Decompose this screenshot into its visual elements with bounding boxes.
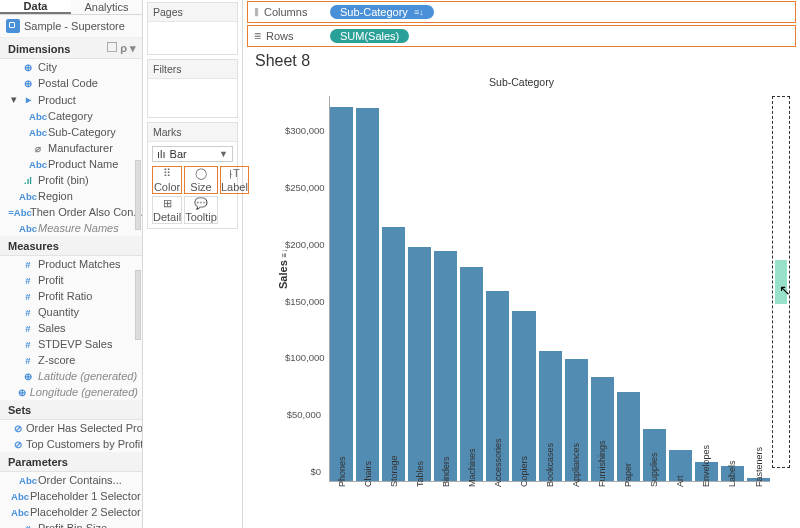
field-quantity[interactable]: #Quantity (0, 304, 142, 320)
field-product-name[interactable]: AbcProduct Name (0, 156, 142, 172)
scrollbar-thumb[interactable] (135, 270, 141, 340)
bar-copiers[interactable]: Copiers (512, 311, 535, 481)
rows-shelf[interactable]: ≡Rows SUM(Sales) (247, 25, 796, 47)
field-placeholder-2-selector[interactable]: AbcPlaceholder 2 Selector (0, 504, 142, 520)
x-tick-label: Tables (415, 461, 425, 487)
field-category[interactable]: AbcCategory (0, 108, 142, 124)
bar-appliances[interactable]: Appliances (565, 359, 588, 481)
menu-icon[interactable]: ▾ (130, 42, 136, 55)
field-label: Profit Bin Size (38, 522, 107, 528)
field-label: Placeholder 1 Selector (30, 490, 141, 502)
bar-storage[interactable]: Storage (382, 227, 405, 481)
field-label: Order Contains... (38, 474, 122, 486)
field-product-matches[interactable]: #Product Matches (0, 256, 142, 272)
measures-list: #Product Matches#Profit#Profit Ratio#Qua… (0, 256, 142, 400)
bar-tables[interactable]: Tables (408, 247, 431, 481)
view-icon[interactable] (107, 42, 117, 52)
y-tick: $0 (285, 466, 321, 477)
tooltip-icon: 💬 (194, 197, 208, 210)
field-label: Postal Code (38, 77, 98, 89)
field-z-score[interactable]: #Z-score (0, 352, 142, 368)
x-tick-label: Machines (467, 448, 477, 487)
mark-size[interactable]: ◯Size (184, 166, 218, 194)
field-manufacturer[interactable]: ⌀Manufacturer (0, 140, 142, 156)
field-placeholder-1-selector[interactable]: AbcPlaceholder 1 Selector (0, 488, 142, 504)
field-then-order-also-con-[interactable]: =AbcThen Order Also Con... (0, 204, 142, 220)
field-region[interactable]: AbcRegion (0, 188, 142, 204)
marks-type-dropdown[interactable]: ılıBar ▼ (152, 146, 233, 162)
x-tick-label: Appliances (571, 443, 581, 487)
field-measure-names[interactable]: AbcMeasure Names (0, 220, 142, 236)
filters-drop[interactable] (148, 79, 237, 117)
label-icon: ⸠T (229, 167, 240, 180)
section-sets: Sets (0, 400, 142, 420)
field-type-icon: ⊘ (14, 439, 22, 450)
field-type-icon: # (22, 523, 34, 529)
field-profit-ratio[interactable]: #Profit Ratio (0, 288, 142, 304)
field-longitude-generated-[interactable]: ⊕Longitude (generated) (0, 384, 142, 400)
search-icon[interactable]: ρ (120, 42, 127, 55)
tab-analytics[interactable]: Analytics (71, 0, 142, 14)
field-sub-category[interactable]: AbcSub-Category (0, 124, 142, 140)
bar-machines[interactable]: Machines (460, 267, 483, 481)
x-tick-label: Paper (623, 463, 633, 487)
field-city[interactable]: ⊕City (0, 59, 142, 75)
field-label: Z-score (38, 354, 75, 366)
dimensions-list: ⊕City⊕Postal Code▾▸ProductAbcCategoryAbc… (0, 59, 142, 236)
mark-detail[interactable]: ⊞Detail (152, 196, 182, 224)
bar-binders[interactable]: Binders (434, 251, 457, 481)
card-head: Marks (148, 123, 237, 142)
x-tick-label: Fasteners (754, 447, 764, 487)
bar-labels[interactable]: Labels (721, 466, 744, 481)
field-order-has-selected-pro-[interactable]: ⊘Order Has Selected Pro... (0, 420, 142, 436)
y-tick: $300,000 (285, 125, 321, 136)
bar-bookcases[interactable]: Bookcases (539, 351, 562, 481)
datasource-name: Sample - Superstore (24, 20, 136, 32)
field-label: Sales (38, 322, 66, 334)
field-type-icon: ⊕ (22, 78, 34, 89)
tab-data[interactable]: Data (0, 0, 71, 14)
field-order-contains-[interactable]: AbcOrder Contains... (0, 472, 142, 488)
y-tick: $150,000 (285, 295, 321, 306)
sheet-title[interactable]: Sheet 8 (243, 48, 800, 72)
bar-paper[interactable]: Paper (617, 392, 640, 481)
bar-fasteners[interactable]: Fasteners (747, 478, 770, 481)
field-top-customers-by-profit[interactable]: ⊘Top Customers by Profit (0, 436, 142, 452)
bar-furnishings[interactable]: Furnishings (591, 377, 614, 481)
drop-zone[interactable]: ↖ (772, 96, 790, 468)
datasource-row[interactable]: Sample - Superstore (0, 15, 142, 38)
cursor-icon: ↖ (779, 282, 791, 298)
field-type-icon: # (22, 259, 34, 270)
expand-caret-icon[interactable]: ▾ (10, 93, 18, 106)
mark-color[interactable]: ⠿Color (152, 166, 182, 194)
field-type-icon: # (22, 339, 34, 350)
field-profit-bin-size[interactable]: #Profit Bin Size (0, 520, 142, 528)
mark-tooltip[interactable]: 💬Tooltip (184, 196, 218, 224)
field-latitude-generated-[interactable]: ⊕Latitude (generated) (0, 368, 142, 384)
field-stdevp-sales[interactable]: #STDEVP Sales (0, 336, 142, 352)
bars-area[interactable]: PhonesChairsStorageTablesBindersMachines… (329, 96, 770, 482)
scrollbar-thumb[interactable] (135, 160, 141, 230)
bar-envelopes[interactable]: Envelopes (695, 462, 718, 481)
sort-icon: ≡↓ (414, 7, 424, 17)
columns-pill[interactable]: Sub-Category≡↓ (330, 5, 434, 19)
detail-icon: ⊞ (163, 197, 172, 210)
pages-drop[interactable] (148, 22, 237, 54)
field-product[interactable]: ▾▸Product (0, 91, 142, 108)
shelf-name: Rows (266, 30, 294, 42)
datasource-icon (6, 19, 20, 33)
rows-pill[interactable]: SUM(Sales) (330, 29, 409, 43)
field-postal-code[interactable]: ⊕Postal Code (0, 75, 142, 91)
bar-icon: ılı (157, 148, 166, 160)
field-profit[interactable]: #Profit (0, 272, 142, 288)
field-profit-bin-[interactable]: .ılProfit (bin) (0, 172, 142, 188)
columns-shelf[interactable]: ⦀Columns Sub-Category≡↓ (247, 1, 796, 23)
field-type-icon: # (22, 275, 34, 286)
bar-accessories[interactable]: Accessories (486, 291, 509, 481)
chart[interactable]: Sales ≡↓ $0$50,000$100,000$150,000$200,0… (289, 96, 770, 482)
bar-phones[interactable]: Phones (330, 107, 353, 481)
field-sales[interactable]: #Sales (0, 320, 142, 336)
bar-supplies[interactable]: Supplies (643, 429, 666, 481)
bar-art[interactable]: Art (669, 450, 692, 481)
bar-chairs[interactable]: Chairs (356, 108, 379, 481)
